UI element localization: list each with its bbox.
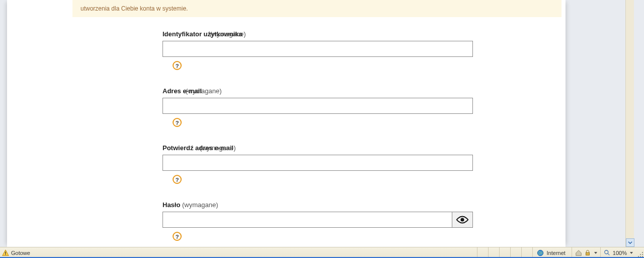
svg-point-0 [460,218,464,221]
scroll-down-button[interactable] [626,238,634,247]
vertical-scrollbar[interactable] [625,0,634,247]
svg-rect-1 [5,251,6,253]
resize-grip[interactable] [637,251,643,257]
toggle-password-visibility-button[interactable] [452,212,473,228]
registration-form: Identyfikator użytkownika (wymagane) ? A… [163,30,474,241]
page-background: utworzenia dla Ciebie konta w systemie. … [0,0,634,247]
help-icon[interactable]: ? [173,61,182,70]
svg-point-5 [605,250,608,253]
svg-rect-2 [5,254,6,254]
lock-icon [584,249,591,256]
svg-rect-4 [586,252,589,255]
field-email-label: Adres e-mail (wymagane) [163,87,474,95]
svg-line-6 [608,253,610,255]
help-icon[interactable]: ? [173,118,182,127]
svg-point-3 [537,250,543,255]
home-icon [575,249,582,256]
field-password-label-bold: Hasło [163,201,180,209]
password-input[interactable] [163,212,452,228]
dropdown-icon [594,252,597,254]
status-security[interactable] [572,247,600,258]
status-ready: Gotowe [0,249,30,256]
status-zone-text: Internet [547,250,566,256]
email-input[interactable] [163,98,473,114]
status-zoom[interactable]: 100% [600,247,636,258]
field-password-label: Hasło (wymagane) [163,201,474,209]
status-ready-text: Gotowe [11,250,30,256]
field-password-label-req: (wymagane) [182,201,218,209]
magnifier-icon [604,249,611,256]
notice-banner: utworzenia dla Ciebie konta w systemie. [72,0,561,17]
username-input[interactable] [163,41,473,57]
globe-icon [537,249,544,256]
field-email-confirm-label-req: (wymagane) [200,144,236,152]
help-icon[interactable]: ? [173,232,182,241]
dropdown-icon [630,252,633,254]
field-username-label: Identyfikator użytkownika (wymagane) [163,30,474,38]
notice-text: utworzenia dla Ciebie konta w systemie. [80,4,188,13]
eye-icon [456,216,469,224]
email-confirm-input[interactable] [163,155,473,171]
field-username-label-req: (wymagane) [210,30,246,38]
status-empty-cells [477,247,532,258]
status-bar: Gotowe Internet 100% [0,247,644,258]
field-email: Adres e-mail (wymagane) ? [163,87,474,127]
warning-icon [2,249,9,256]
help-icon[interactable]: ? [173,175,182,184]
status-zone: Internet [532,247,572,258]
field-password: Hasło (wymagane) ? [163,201,474,241]
chevron-down-icon [628,240,632,245]
field-email-label-req: (wymagane) [186,87,222,95]
field-email-confirm: Potwierdź adres e-mail (wymagane) ? [163,144,474,184]
field-username: Identyfikator użytkownika (wymagane) ? [163,30,474,70]
field-email-confirm-label: Potwierdź adres e-mail (wymagane) [163,144,474,152]
status-zoom-text: 100% [613,250,627,256]
